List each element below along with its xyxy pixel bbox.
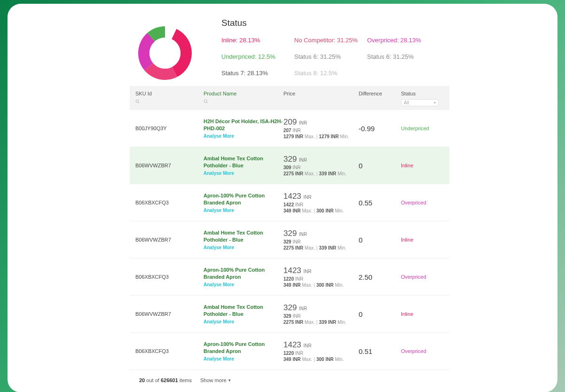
price-sub: 207 INR <box>283 128 359 133</box>
difference-cell: 0 <box>359 310 401 318</box>
status-badge: Overpriced <box>401 274 448 280</box>
price-main: 1423 INR <box>283 266 359 275</box>
status-badge: Overpriced <box>401 348 448 354</box>
difference-cell: 2.50 <box>359 273 401 281</box>
table-row: B06WVWZBR7Ambal Home Tex Cotton Potholde… <box>130 147 449 184</box>
product-name: Apron-100% Pure Cotton Branded Apron <box>204 192 283 206</box>
legend-item: Underpriced: 12.5% <box>221 53 294 60</box>
difference-cell: 0 <box>359 236 401 244</box>
price-range: 2275 INR Max.|339 INR Min. <box>283 171 359 176</box>
product-cell: Ambal Home Tex Cotton Potholder - BlueAn… <box>204 304 283 325</box>
difference-cell: 0 <box>359 162 401 170</box>
table-row: B06XBXCFQ3Apron-100% Pure Cotton Branded… <box>130 259 449 296</box>
th-product: Product Name <box>204 91 283 105</box>
legend-item: Status 8: 12.5% <box>294 70 367 77</box>
pagination-count: 20 out of 626601 items <box>139 377 192 383</box>
th-sku: SKU Id <box>135 91 204 105</box>
status-badge: Inline <box>401 163 448 168</box>
sku-cell: B06WVWZBR7 <box>135 163 204 168</box>
difference-cell: 0.55 <box>359 199 401 207</box>
product-cell: Apron-100% Pure Cotton Branded ApronAnal… <box>204 341 283 362</box>
legend-item: Status 7: 28.13% <box>221 70 294 77</box>
price-main: 1423 INR <box>283 192 359 201</box>
status-donut-chart <box>134 23 196 86</box>
price-cell: 1423 INR1422 INR349 INR Max.|300 INR Min… <box>283 192 359 213</box>
price-cell: 1423 INR1220 INR349 INR Max.|300 INR Min… <box>283 340 359 362</box>
price-sub: 329 INR <box>283 314 359 319</box>
price-range: 2275 INR Max.|339 INR Min. <box>283 320 359 325</box>
table-footer: 20 out of 626601 items Show more ▾ <box>130 370 557 383</box>
price-cell: 209 INR207 INR1279 INR Max.|1279 INR Min… <box>283 118 359 139</box>
product-cell: Apron-100% Pure Cotton Branded ApronAnal… <box>204 192 283 213</box>
chevron-down-icon: ▾ <box>434 101 436 105</box>
status-badge: Overpriced <box>401 200 448 205</box>
th-difference: Difference <box>359 91 401 96</box>
svg-point-5 <box>136 100 139 102</box>
status-title: Status <box>221 18 440 28</box>
price-range: 349 INR Max.|300 INR Min. <box>283 357 359 362</box>
status-legend-grid: Inline: 28.13%No Competitor: 31.25%Overp… <box>221 37 440 77</box>
show-more-button[interactable]: Show more ▾ <box>200 377 231 383</box>
table-row: B06XBXCFQ3Apron-100% Pure Cotton Branded… <box>130 333 449 370</box>
analyse-more-link[interactable]: Analyse More <box>204 245 234 250</box>
price-main: 209 INR <box>283 118 359 127</box>
product-name: Ambal Home Tex Cotton Potholder - Blue <box>204 229 283 243</box>
status-badge: Inline <box>401 237 448 243</box>
th-status: Status All ▾ <box>401 91 448 106</box>
price-main: 1423 INR <box>283 340 359 350</box>
sku-cell: B00JY90Q3Y <box>135 125 204 131</box>
status-section: Status Inline: 28.13%No Competitor: 31.2… <box>8 18 557 86</box>
analyse-more-link[interactable]: Analyse More <box>204 356 234 361</box>
legend-item: Inline: 28.13% <box>221 37 294 44</box>
search-icon[interactable] <box>135 99 204 105</box>
sku-cell: B06XBXCFQ3 <box>135 200 204 205</box>
svg-point-4 <box>149 38 180 69</box>
table-row: B06WVWZBR7Ambal Home Tex Cotton Potholde… <box>130 296 449 333</box>
price-range: 349 INR Max.|300 INR Min. <box>283 282 359 288</box>
sku-cell: B06WVWZBR7 <box>135 311 204 317</box>
difference-cell: -0.99 <box>359 125 401 133</box>
price-cell: 1423 INR1220 INR349 INR Max.|300 INR Min… <box>283 266 359 288</box>
product-name: Apron-100% Pure Cotton Branded Apron <box>204 267 283 281</box>
product-name: H2H Décor Pot Holder, ISA-H2H-PHD-002 <box>204 118 283 132</box>
dashboard-card: Status Inline: 28.13%No Competitor: 31.2… <box>8 4 557 392</box>
product-cell: Apron-100% Pure Cotton Branded ApronAnal… <box>204 267 283 288</box>
price-main: 329 INR <box>283 229 359 238</box>
status-legend-block: Status Inline: 28.13%No Competitor: 31.2… <box>221 18 440 77</box>
analyse-more-link[interactable]: Analyse More <box>204 171 234 176</box>
price-range: 2275 INR Max.|339 INR Min. <box>283 245 359 251</box>
legend-item: Overpriced: 28.13% <box>367 37 440 44</box>
search-icon[interactable] <box>204 99 283 105</box>
product-cell: Ambal Home Tex Cotton Potholder - BlueAn… <box>204 155 283 176</box>
chevron-down-icon: ▾ <box>228 378 231 383</box>
price-sub: 309 INR <box>283 165 359 170</box>
price-main: 329 INR <box>283 303 359 313</box>
sku-cell: B06XBXCFQ3 <box>135 348 204 354</box>
price-cell: 329 INR329 INR2275 INR Max.|339 INR Min. <box>283 229 359 251</box>
price-range: 349 INR Max.|300 INR Min. <box>283 208 359 213</box>
status-badge: Underpriced <box>401 125 448 131</box>
sku-cell: B06XBXCFQ3 <box>135 274 204 280</box>
product-name: Ambal Home Tex Cotton Potholder - Blue <box>204 304 283 318</box>
products-table: SKU Id Product Name Price Difference Sta… <box>130 86 449 370</box>
analyse-more-link[interactable]: Analyse More <box>204 282 234 287</box>
difference-cell: 0.51 <box>359 347 401 355</box>
th-price: Price <box>283 91 359 96</box>
analyse-more-link[interactable]: Analyse More <box>204 208 234 213</box>
price-cell: 329 INR309 INR2275 INR Max.|339 INR Min. <box>283 155 359 176</box>
price-sub: 329 INR <box>283 239 359 244</box>
price-sub: 1422 INR <box>283 202 359 207</box>
status-filter-dropdown[interactable]: All ▾ <box>401 99 439 106</box>
table-body: B00JY90Q3YH2H Décor Pot Holder, ISA-H2H-… <box>130 110 449 370</box>
legend-item: No Competitor: 31.25% <box>294 37 367 44</box>
svg-line-8 <box>206 102 207 103</box>
analyse-more-link[interactable]: Analyse More <box>204 319 234 324</box>
product-name: Ambal Home Tex Cotton Potholder - Blue <box>204 155 283 169</box>
sku-cell: B06WVWZBR7 <box>135 237 204 243</box>
table-row: B06XBXCFQ3Apron-100% Pure Cotton Branded… <box>130 184 449 221</box>
legend-item: Status 6: 31.25% <box>294 53 367 60</box>
price-range: 1279 INR Max.|1279 INR Min. <box>283 134 359 139</box>
status-badge: Inline <box>401 311 448 317</box>
analyse-more-link[interactable]: Analyse More <box>204 133 234 139</box>
legend-item: Status 6: 31.25% <box>367 53 440 60</box>
